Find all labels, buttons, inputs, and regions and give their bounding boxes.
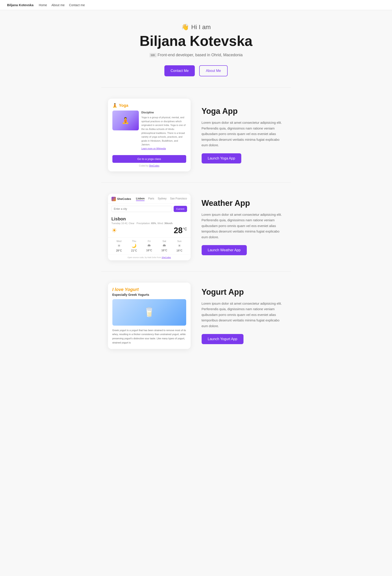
weather-footer: Open source code, by Matt Dolor from She… — [108, 254, 191, 260]
nav-about[interactable]: About me — [51, 3, 65, 7]
yogurt-section: I love Yogurt Especially Greek Yogurts 🥛… — [101, 272, 291, 360]
yoga-section: 🧘 Yoga 🧘 Discipline Yoga is a group of p… — [101, 87, 291, 182]
weather-title: Weather App — [202, 199, 284, 208]
forecast-wed-temp: 28°C — [116, 249, 122, 252]
yogurt-card-subtitle: Especially Greek Yogurts — [112, 293, 186, 296]
weather-section: Weather App Lorem ipsum dolor sit amet c… — [101, 183, 291, 271]
launch-weather-button[interactable]: Launch Weather App — [202, 245, 247, 255]
yoga-wiki-link[interactable]: Learn more on Wikipedia — [141, 147, 166, 150]
nav-links: Home About me Contact me — [39, 3, 85, 7]
yogurt-image-placeholder: 🥛 — [112, 299, 186, 326]
weather-logo: SheCodes — [111, 197, 131, 201]
yoga-footer: Coded by SheCodes — [112, 165, 186, 167]
weather-app-card: SheCodes Lisbon Paris Sydney San Francis… — [108, 194, 191, 260]
hero-section: 👋 Hi I am Biljana Kotevska MKFront-end d… — [0, 10, 392, 87]
wave-emoji: 👋 — [181, 23, 189, 31]
weather-text: Weather App Lorem ipsum dolor sit amet c… — [202, 199, 284, 256]
weather-forecast: Wed ☀ 28°C Thu 🌙 21°C Fri 🌧 16°C Sat 🌧 — [108, 237, 191, 254]
nav-contact[interactable]: Contact me — [69, 3, 85, 7]
navbar: Biljana Kotevska Home About me Contact m… — [0, 0, 392, 10]
forecast-sat-icon: 🌧 — [161, 243, 167, 248]
weather-card-inner: SheCodes Lisbon Paris Sydney San Francis… — [108, 194, 191, 260]
greeting-text: Hi I am — [191, 24, 211, 31]
weather-city-input[interactable] — [111, 206, 172, 212]
weather-logo-text: SheCodes — [117, 197, 131, 201]
forecast-sat-temp: 16°C — [161, 249, 167, 252]
yoga-text: Yoga App Lorem ipsum dolor sit amet cons… — [202, 107, 284, 164]
hero-name: Biljana Kotevska — [4, 33, 388, 49]
forecast-thu-icon: 🌙 — [131, 243, 137, 248]
forecast-fri-temp: 16°C — [146, 249, 152, 252]
yoga-discipline-label: Discipline — [141, 111, 186, 115]
weather-header: SheCodes Lisbon Paris Sydney San Francis… — [108, 194, 191, 204]
yogurt-card-title: I love Yogurt — [112, 287, 186, 292]
forecast-sat: Sat 🌧 16°C — [161, 240, 167, 252]
forecast-thu-temp: 21°C — [131, 249, 137, 252]
forecast-thu: Thu 🌙 21°C — [131, 240, 137, 252]
yoga-discipline-text: Yoga is a group of physical, mental, and… — [141, 116, 186, 146]
launch-yoga-button[interactable]: Launch Yoga App — [202, 153, 241, 164]
weather-tab-lisbon[interactable]: Lisbon — [136, 197, 145, 201]
about-me-button[interactable]: About Me — [199, 65, 227, 76]
yoga-title: Yoga App — [202, 107, 284, 116]
contact-me-button[interactable]: Contact Me — [164, 65, 195, 76]
weather-date-weather: Tuesday 10:42, Clear Precipitation: 65%,… — [111, 222, 187, 225]
launch-yogurt-button[interactable]: Launch Yogurt App — [202, 334, 243, 344]
yoga-footer-link[interactable]: SheCodes — [149, 165, 159, 167]
weather-precip: 65% — [151, 222, 156, 225]
weather-description: Lorem ipsum dolor sit amet consectetur a… — [202, 212, 284, 240]
nav-home[interactable]: Home — [39, 3, 47, 7]
weather-search-bar: Current — [108, 204, 191, 214]
weather-temp-value: 28 — [174, 226, 183, 235]
yoga-cta-button[interactable]: Go to a yoga class — [112, 155, 186, 163]
forecast-wed-label: Wed — [116, 240, 122, 242]
yoga-card-header: 🧘 Yoga — [112, 103, 186, 108]
yogurt-title: Yogurt App — [202, 288, 284, 297]
yoga-info: Discipline Yoga is a group of physical, … — [141, 111, 186, 151]
yoga-image-area: 🧘 Discipline Yoga is a group of physical… — [112, 111, 186, 151]
weather-current-button[interactable]: Current — [174, 206, 187, 212]
forecast-sun-label: Sun — [177, 240, 183, 242]
brand-name: Biljana Kotevska — [7, 3, 33, 7]
forecast-thu-label: Thu — [131, 240, 137, 242]
forecast-sun-icon: ☀ — [177, 243, 183, 248]
hero-buttons: Contact Me About Me — [4, 65, 388, 76]
weather-city-name: Lisbon — [111, 216, 187, 222]
forecast-sun: Sun ☀ 16°C — [177, 240, 183, 252]
hero-greeting: 👋 Hi I am — [4, 23, 388, 31]
forecast-fri: Fri 🌧 16°C — [146, 240, 152, 252]
weather-tab-paris[interactable]: Paris — [148, 197, 154, 201]
yoga-brand-icon: 🧘 — [112, 103, 117, 108]
weather-temp-row: ☀ 28 °C — [108, 226, 191, 237]
hero-subtitle: MKFront-end developer, based in Ohrid, M… — [4, 53, 388, 57]
yogurt-description: Lorem ipsum dolor sit amet consectetur a… — [202, 301, 284, 329]
yoga-app-card: 🧘 Yoga 🧘 Discipline Yoga is a group of p… — [108, 99, 191, 172]
yogurt-app-card: I love Yogurt Especially Greek Yogurts 🥛… — [108, 283, 191, 349]
weather-wind: 36km/h — [164, 222, 173, 225]
weather-footer-link[interactable]: SheCodes — [162, 256, 171, 259]
forecast-sat-label: Sat — [161, 240, 167, 242]
forecast-wed-icon: ☀ — [116, 243, 122, 248]
yogurt-card-desc: Greek yogurt is a yogurt that has been s… — [112, 328, 186, 345]
weather-tab-sanfrancisco[interactable]: San Francisco — [170, 197, 187, 201]
yoga-card-inner: 🧘 Yoga 🧘 Discipline Yoga is a group of p… — [108, 99, 191, 172]
weather-temperature: 28 °C — [174, 226, 187, 235]
forecast-wed: Wed ☀ 28°C — [116, 240, 122, 252]
forecast-fri-icon: 🌧 — [146, 243, 152, 248]
forecast-sun-temp: 16°C — [177, 249, 183, 252]
yogurt-text: Yogurt App Lorem ipsum dolor sit amet co… — [202, 288, 284, 344]
yoga-image-placeholder: 🧘 — [112, 111, 139, 130]
yoga-brand-label: Yoga — [119, 103, 129, 108]
weather-temp-unit: °C — [183, 227, 187, 231]
weather-city-info: Lisbon Tuesday 10:42, Clear Precipitatio… — [108, 214, 191, 226]
weather-tabs: Lisbon Paris Sydney San Francisco — [136, 197, 187, 201]
forecast-fri-label: Fri — [146, 240, 152, 242]
shecodes-logo-icon — [111, 197, 116, 201]
weather-sun-icon: ☀ — [111, 227, 117, 234]
yogurt-card-inner: I love Yogurt Especially Greek Yogurts 🥛… — [108, 283, 191, 349]
weather-tab-sydney[interactable]: Sydney — [158, 197, 167, 201]
hero-flag: MK — [149, 53, 157, 57]
yoga-description: Lorem ipsum dolor sit amet consectetur a… — [202, 120, 284, 148]
